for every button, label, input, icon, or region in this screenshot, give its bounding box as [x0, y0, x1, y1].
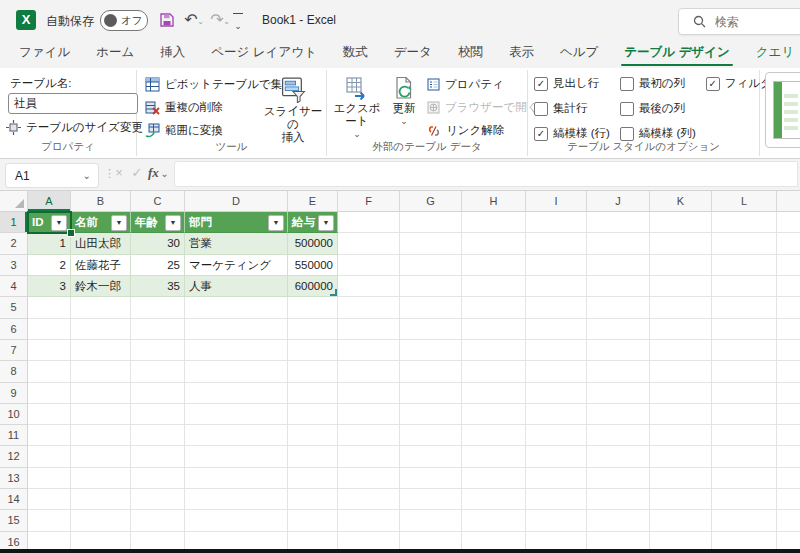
cell-K5[interactable] — [650, 297, 712, 318]
column-header-B[interactable]: B — [71, 191, 131, 212]
cell-M13[interactable] — [777, 468, 800, 489]
cell-E5[interactable] — [288, 297, 338, 318]
cell-G11[interactable] — [400, 425, 462, 446]
table-resize-handle[interactable] — [330, 289, 337, 296]
cell-L5[interactable] — [712, 297, 777, 318]
cell-J15[interactable] — [587, 510, 650, 531]
cell-F5[interactable] — [338, 297, 400, 318]
cell-L12[interactable] — [712, 446, 777, 467]
filter-button-名前[interactable]: ▼ — [111, 215, 127, 231]
checkbox-集計行[interactable]: 集計行 — [534, 101, 610, 116]
cell-H6[interactable] — [462, 319, 526, 340]
cell-G13[interactable] — [400, 468, 462, 489]
search-box[interactable] — [678, 8, 800, 35]
cell-J14[interactable] — [587, 489, 650, 510]
cell-M4[interactable] — [777, 276, 800, 297]
cell-D15[interactable] — [185, 510, 288, 531]
column-header-L[interactable]: L — [712, 191, 777, 212]
column-header-D[interactable]: D — [185, 191, 288, 212]
cell-B9[interactable] — [71, 383, 131, 404]
cell-F7[interactable] — [338, 340, 400, 361]
cell-G1[interactable] — [400, 212, 462, 233]
table-name-input[interactable] — [8, 93, 138, 114]
checkbox-checked-icon[interactable]: ✓ — [706, 77, 720, 91]
checkbox-unchecked-icon[interactable] — [620, 102, 634, 116]
insert-function-button[interactable]: fx⌄ — [148, 165, 168, 181]
cell-L9[interactable] — [712, 383, 777, 404]
cell-D7[interactable] — [185, 340, 288, 361]
cell-B2[interactable]: 山田太郎 — [71, 233, 131, 254]
redo-button[interactable]: ↷ ⌄ — [206, 9, 228, 31]
cell-D11[interactable] — [185, 425, 288, 446]
cell-C7[interactable] — [131, 340, 185, 361]
cell-K1[interactable] — [650, 212, 712, 233]
cell-I11[interactable] — [526, 425, 587, 446]
cell-K7[interactable] — [650, 340, 712, 361]
cell-A15[interactable] — [28, 510, 71, 531]
cell-L15[interactable] — [712, 510, 777, 531]
cell-B6[interactable] — [71, 319, 131, 340]
cell-G15[interactable] — [400, 510, 462, 531]
cell-I7[interactable] — [526, 340, 587, 361]
cell-I2[interactable] — [526, 233, 587, 254]
cell-B13[interactable] — [71, 468, 131, 489]
tab-校閲[interactable]: 校閲 — [445, 39, 496, 68]
cell-K14[interactable] — [650, 489, 712, 510]
cell-E12[interactable] — [288, 446, 338, 467]
cell-A8[interactable] — [28, 361, 71, 382]
cell-H15[interactable] — [462, 510, 526, 531]
insert-slicer-button[interactable]: スライサーの 挿入 — [263, 74, 323, 148]
cell-M5[interactable] — [777, 297, 800, 318]
cell-D5[interactable] — [185, 297, 288, 318]
cell-A2[interactable]: 1 — [28, 233, 71, 254]
row-header-9[interactable]: 9 — [0, 383, 28, 404]
cell-J2[interactable] — [587, 233, 650, 254]
cell-D1[interactable]: 部門▼ — [185, 212, 288, 233]
cell-E11[interactable] — [288, 425, 338, 446]
cell-C12[interactable] — [131, 446, 185, 467]
row-header-7[interactable]: 7 — [0, 340, 28, 361]
checkbox-checked-icon[interactable]: ✓ — [534, 77, 548, 91]
cell-C9[interactable] — [131, 383, 185, 404]
column-header-I[interactable]: I — [526, 191, 587, 212]
cell-A9[interactable] — [28, 383, 71, 404]
cell-K11[interactable] — [650, 425, 712, 446]
cell-I12[interactable] — [526, 446, 587, 467]
name-box[interactable]: A1 ⌄ — [5, 163, 99, 188]
cell-K2[interactable] — [650, 233, 712, 254]
checkbox-縞模様 (行)[interactable]: ✓縞模様 (行) — [534, 126, 610, 141]
cell-M12[interactable] — [777, 446, 800, 467]
cell-M3[interactable] — [777, 255, 800, 276]
cell-J9[interactable] — [587, 383, 650, 404]
cell-J5[interactable] — [587, 297, 650, 318]
cell-L14[interactable] — [712, 489, 777, 510]
filter-button-給与[interactable]: ▼ — [318, 215, 334, 231]
cell-B11[interactable] — [71, 425, 131, 446]
cell-M10[interactable] — [777, 404, 800, 425]
export-button[interactable]: エクスポート ⌄ — [331, 74, 383, 148]
cell-C4[interactable]: 35 — [131, 276, 185, 297]
undo-button[interactable]: ↶ ⌄ — [180, 9, 202, 31]
cell-G5[interactable] — [400, 297, 462, 318]
cell-J1[interactable] — [587, 212, 650, 233]
column-header-G[interactable]: G — [400, 191, 462, 212]
cell-H11[interactable] — [462, 425, 526, 446]
row-header-1[interactable]: 1 — [0, 212, 28, 233]
cell-K10[interactable] — [650, 404, 712, 425]
cell-H13[interactable] — [462, 468, 526, 489]
cell-H8[interactable] — [462, 361, 526, 382]
cell-C13[interactable] — [131, 468, 185, 489]
tab-クエリ[interactable]: クエリ — [743, 39, 800, 68]
cell-M11[interactable] — [777, 425, 800, 446]
checkbox-見出し行[interactable]: ✓見出し行 — [534, 76, 610, 91]
cell-I5[interactable] — [526, 297, 587, 318]
cell-D9[interactable] — [185, 383, 288, 404]
cell-M2[interactable] — [777, 233, 800, 254]
row-header-4[interactable]: 4 — [0, 276, 28, 297]
cell-G4[interactable] — [400, 276, 462, 297]
tab-ファイル[interactable]: ファイル — [6, 39, 83, 68]
cell-A5[interactable] — [28, 297, 71, 318]
cell-F4[interactable] — [338, 276, 400, 297]
filter-button-年齢[interactable]: ▼ — [165, 215, 181, 231]
cell-M15[interactable] — [777, 510, 800, 531]
